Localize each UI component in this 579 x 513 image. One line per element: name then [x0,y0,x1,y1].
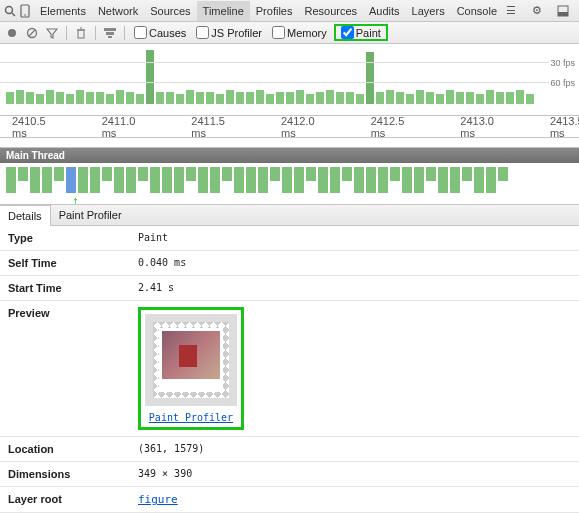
timeline-toolbar: Causes JS Profiler Memory Paint [0,22,579,44]
type-label: Type [0,226,130,251]
tab-sources[interactable]: Sources [144,1,196,21]
location-label: Location [0,437,130,462]
starttime-label: Start Time [0,276,130,301]
ruler-gap [0,138,579,148]
starttime-value: 2.41 s [130,276,579,301]
fps-60-label: 60 fps [550,78,575,88]
layerroot-link[interactable]: figure [138,493,178,506]
dimensions-value: 349 × 390 [130,462,579,487]
preview-image [162,331,220,379]
dimensions-label: Dimensions [0,462,130,487]
paint-highlight: Paint [334,24,388,41]
svg-rect-9 [78,30,84,38]
toolbar-separator [95,26,96,40]
device-icon[interactable] [20,3,30,19]
details-table: Type Paint Self Time 0.040 ms Start Time… [0,226,579,513]
svg-point-3 [24,14,26,16]
subtab-details[interactable]: Details [0,205,51,226]
ruler-tick: 2413.5 ms [550,115,579,139]
svg-rect-13 [106,32,114,35]
type-value: Paint [130,226,579,251]
ruler-tick: 2412.0 ms [281,115,315,139]
svg-line-8 [29,30,35,36]
svg-point-0 [6,6,13,13]
ruler-tick: 2411.5 ms [191,115,225,139]
record-icon[interactable] [4,25,20,41]
drawer-icon[interactable]: ☰ [503,3,519,19]
paint-checkbox[interactable] [341,26,354,39]
fps-line-30 [0,62,549,63]
tab-layers[interactable]: Layers [406,1,451,21]
ruler-tick: 2412.5 ms [371,115,405,139]
memory-label: Memory [287,27,327,39]
clear-icon[interactable] [24,25,40,41]
tab-audits[interactable]: Audits [363,1,406,21]
tab-network[interactable]: Network [92,1,144,21]
ruler-tick: 2411.0 ms [102,115,136,139]
gc-icon[interactable] [73,25,89,41]
main-thread-header[interactable]: Main Thread [0,148,579,163]
checkbox-causes[interactable]: Causes [131,26,189,39]
settings-icon[interactable]: ⚙ [529,3,545,19]
filter-icon[interactable] [44,25,60,41]
svg-point-6 [8,29,16,37]
tab-profiles[interactable]: Profiles [250,1,299,21]
jsprofiler-checkbox[interactable] [196,26,209,39]
main-thread-track[interactable]: ↑ [0,163,579,205]
dock-icon[interactable] [555,3,571,19]
location-value: (361, 1579) [130,437,579,462]
devtools-topbar: Elements Network Sources Timeline Profil… [0,0,579,22]
search-icon[interactable] [4,3,16,19]
layerroot-value: figure [130,487,579,513]
svg-line-1 [12,13,15,16]
time-ruler: 2410.5 ms 2411.0 ms 2411.5 ms 2412.0 ms … [0,116,579,138]
ruler-tick: 2410.5 ms [12,115,46,139]
tab-elements[interactable]: Elements [34,1,92,21]
checkbox-jsprofiler[interactable]: JS Profiler [193,26,265,39]
paint-label: Paint [356,27,381,39]
overview-panel[interactable]: 30 fps 60 fps [0,44,579,116]
arrow-up-icon: ↑ [72,193,79,205]
selftime-label: Self Time [0,251,130,276]
tab-timeline[interactable]: Timeline [197,1,250,21]
tab-console[interactable]: Console [451,1,503,21]
toolbar-separator [124,26,125,40]
paint-profiler-link[interactable]: Paint Profiler [145,412,237,423]
preview-cell: Paint Profiler [130,301,579,437]
tab-resources[interactable]: Resources [298,1,363,21]
svg-rect-14 [108,36,112,38]
svg-rect-12 [104,28,116,31]
fps-30-label: 30 fps [550,58,575,68]
causes-label: Causes [149,27,186,39]
subtab-paint-profiler[interactable]: Paint Profiler [51,205,130,225]
causes-checkbox[interactable] [134,26,147,39]
panel-tabs: Elements Network Sources Timeline Profil… [34,1,503,21]
bottom-subtabs: Details Paint Profiler [0,205,579,226]
layerroot-label: Layer root [0,487,130,513]
preview-label: Preview [0,301,130,437]
selftime-value: 0.040 ms [130,251,579,276]
toolbar-separator [66,26,67,40]
checkbox-paint[interactable]: Paint [338,26,384,39]
preview-thumbnail[interactable] [145,314,237,406]
checkbox-memory[interactable]: Memory [269,26,330,39]
preview-highlight: Paint Profiler [138,307,244,430]
overview-bars [0,44,579,104]
svg-rect-5 [558,12,568,16]
fps-line-60 [0,82,549,83]
ruler-tick: 2413.0 ms [460,115,494,139]
memory-checkbox[interactable] [272,26,285,39]
flamechart-icon[interactable] [102,25,118,41]
topbar-right: ☰ ⚙ [503,3,575,19]
jsprofiler-label: JS Profiler [211,27,262,39]
